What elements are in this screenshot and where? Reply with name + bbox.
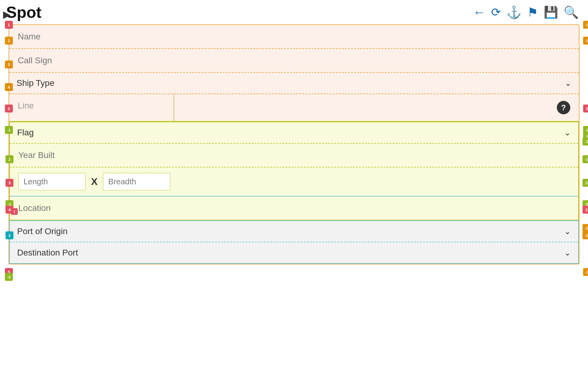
flag-dropdown[interactable]: Flag ⌄ bbox=[10, 122, 578, 143]
ship-type-row: 4 Ship Type ⌄ bbox=[9, 73, 579, 94]
refresh-button[interactable]: ⟳ bbox=[491, 6, 501, 19]
destination-port-row: Destination Port ⌄ bbox=[10, 242, 578, 263]
port-origin-chevron: ⌄ bbox=[564, 227, 571, 236]
length-input[interactable] bbox=[18, 173, 86, 190]
badge-2-cyan-left: 2 bbox=[6, 231, 13, 239]
badge-2: 2 bbox=[5, 37, 13, 45]
badge-2-green-lxb-right: 2 bbox=[582, 179, 588, 187]
badge-m1-orange-bottom: -1 bbox=[583, 268, 588, 276]
ship-type-chevron: ⌄ bbox=[565, 79, 571, 88]
year-built-row: 2 -1 bbox=[10, 144, 578, 167]
anchor-icon[interactable]: ⚓ bbox=[506, 5, 522, 20]
call-sign-input[interactable] bbox=[9, 49, 579, 72]
search-button[interactable]: 🔍 bbox=[564, 5, 579, 20]
breadth-input[interactable] bbox=[103, 173, 170, 190]
save-button[interactable]: 💾 bbox=[544, 6, 558, 19]
badge-m1-orange-location-right: -1 bbox=[582, 224, 588, 232]
location-row: 4 1 2 -1 bbox=[10, 197, 578, 220]
line-label: Line bbox=[9, 94, 174, 121]
yellow-section: 2 -1 Flag ⌄ 2 -1 bbox=[9, 122, 579, 220]
line-split: Line ? bbox=[9, 94, 579, 122]
cursor: ▶ bbox=[3, 9, 11, 20]
badge-m1-name: -1 bbox=[583, 37, 588, 45]
port-origin-dropdown[interactable]: Port of Origin ⌄ bbox=[10, 221, 578, 242]
badge-m2-green-bottom: -2 bbox=[5, 273, 13, 281]
back-button[interactable]: ← bbox=[473, 5, 486, 20]
badge-m1-year-right: -1 bbox=[582, 155, 588, 163]
ship-type-label: Ship Type bbox=[17, 78, 54, 88]
lxb-row-wrapper: 3 -1 2 -2 X bbox=[10, 167, 578, 197]
lxb-inner: X bbox=[10, 167, 578, 196]
badge-3-pink-left: 3 bbox=[6, 179, 13, 187]
destination-port-chevron: ⌄ bbox=[564, 248, 571, 258]
flag-button[interactable]: ⚑ bbox=[527, 5, 538, 19]
destination-port-label: Destination Port bbox=[17, 248, 78, 258]
help-button[interactable]: ? bbox=[557, 101, 570, 114]
flag-row: 2 -1 Flag ⌄ bbox=[10, 122, 578, 144]
badge-2-pink-right: 2 bbox=[583, 105, 588, 112]
name-input[interactable] bbox=[9, 25, 579, 48]
flag-chevron: ⌄ bbox=[564, 128, 571, 138]
ship-type-dropdown[interactable]: Ship Type ⌄ bbox=[9, 73, 579, 94]
toolbar: ← ⟳ ⚓ ⚑ 💾 🔍 bbox=[473, 5, 579, 20]
location-input[interactable] bbox=[10, 197, 578, 220]
badge-3-left: 3 bbox=[5, 61, 13, 68]
page-title: Spot bbox=[6, 3, 42, 21]
port-origin-row: 2 -1 Port of Origin ⌄ bbox=[10, 221, 578, 242]
outer-form-border: 1 -1 2 -1 3 bbox=[9, 24, 579, 264]
port-origin-label: Port of Origin bbox=[17, 226, 68, 236]
line-right: ? bbox=[174, 94, 579, 121]
salmon-section: 2 -1 3 4 Ship Typ bbox=[9, 25, 579, 122]
line-row: 2 -1 2 -2 Line bbox=[9, 94, 579, 122]
name-row: 2 -1 bbox=[9, 25, 579, 49]
gray-section: 2 -1 Port of Origin ⌄ Destination Port ⌄ bbox=[9, 220, 579, 264]
badge-m1-green-left: -1 bbox=[5, 126, 13, 134]
form-container: 1 -1 2 -1 3 bbox=[9, 24, 579, 264]
badge-4-left: 4 bbox=[5, 83, 13, 91]
year-built-input[interactable] bbox=[10, 144, 578, 167]
flag-label: Flag bbox=[17, 128, 34, 138]
destination-port-dropdown[interactable]: Destination Port ⌄ bbox=[10, 242, 578, 263]
badge-2-pink-location-right: 2 bbox=[582, 206, 588, 214]
badge-2-pink-left: 2 bbox=[5, 105, 13, 112]
badge-m1-tr: -1 bbox=[583, 21, 588, 29]
badge-1-pink-inner-left: 1 bbox=[11, 208, 18, 215]
badge-m1-port-right: -1 bbox=[582, 231, 588, 239]
badge-2-green-year-left: 2 bbox=[6, 155, 13, 163]
call-sign-row: 3 bbox=[9, 49, 579, 73]
x-separator: X bbox=[86, 176, 103, 187]
header: Spot ← ⟳ ⚓ ⚑ 💾 🔍 bbox=[0, 0, 588, 24]
badge-1-tl: 1 bbox=[5, 21, 13, 29]
badge-m1-flag-right: -1 bbox=[582, 138, 588, 145]
